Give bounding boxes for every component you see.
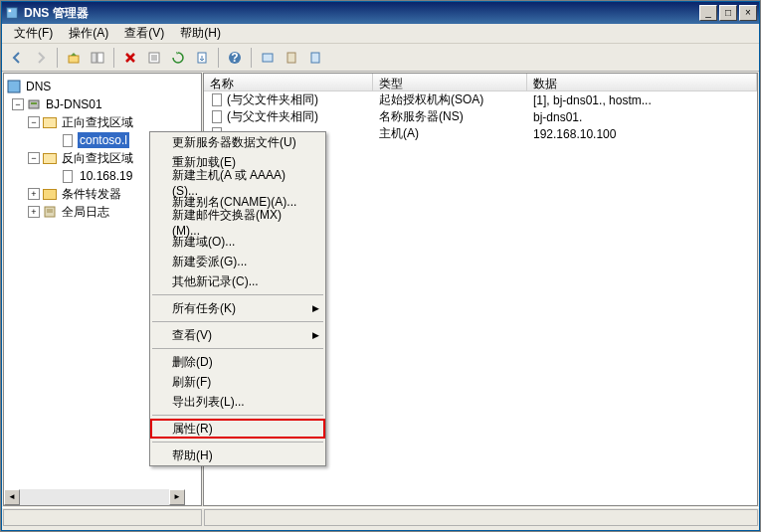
show-hide-button[interactable] bbox=[87, 47, 108, 69]
list-row[interactable]: (与父文件夹相同) 名称服务器(NS) bj-dns01. bbox=[204, 108, 757, 125]
cell-name: (与父文件夹相同) bbox=[227, 108, 318, 125]
tree-root-dns[interactable]: DNS bbox=[6, 78, 199, 95]
tool-button-1[interactable] bbox=[281, 47, 302, 69]
tree-server[interactable]: − BJ-DNS01 bbox=[6, 95, 199, 113]
cell-name: (与父文件夹相同) bbox=[227, 91, 318, 108]
svg-rect-0 bbox=[7, 8, 18, 19]
column-name[interactable]: 名称 bbox=[204, 74, 373, 90]
svg-rect-4 bbox=[97, 53, 103, 63]
list-row[interactable]: (与父文件夹相同) 起始授权机构(SOA) [1], bj-dns01., ho… bbox=[204, 91, 757, 108]
window-title: DNS 管理器 bbox=[24, 5, 697, 22]
cell-data: [1], bj-dns01., hostm... bbox=[527, 92, 757, 108]
cell-type: 主机(A) bbox=[373, 124, 527, 142]
minimize-button[interactable]: _ bbox=[699, 5, 717, 21]
ctx-view[interactable]: 查看(V) bbox=[150, 325, 325, 345]
tree-label: 全局日志 bbox=[60, 203, 111, 222]
expander-icon[interactable]: + bbox=[28, 188, 40, 200]
svg-text:?: ? bbox=[231, 51, 238, 65]
tree-scrollbar[interactable]: ◄ ► bbox=[4, 489, 185, 505]
record-icon bbox=[210, 110, 224, 124]
expander-empty bbox=[46, 134, 58, 146]
tree-label: 条件转发器 bbox=[60, 185, 123, 204]
ctx-refresh[interactable]: 刷新(F) bbox=[150, 372, 325, 392]
expander-icon[interactable]: + bbox=[28, 206, 40, 218]
ctx-separator bbox=[152, 348, 323, 349]
ctx-properties[interactable]: 属性(R) bbox=[150, 419, 325, 439]
toolbar-separator bbox=[113, 48, 114, 68]
svg-rect-3 bbox=[92, 53, 96, 63]
ctx-separator bbox=[152, 321, 323, 322]
dns-icon bbox=[6, 79, 22, 94]
menu-file[interactable]: 文件(F) bbox=[6, 23, 61, 44]
delete-button[interactable] bbox=[119, 47, 141, 69]
filter-button[interactable] bbox=[257, 47, 279, 69]
svg-rect-15 bbox=[8, 81, 20, 92]
toolbar-separator bbox=[57, 48, 58, 68]
cell-data: bj-dns01. bbox=[527, 109, 757, 125]
column-data[interactable]: 数据 bbox=[527, 74, 757, 90]
statusbar bbox=[2, 507, 759, 527]
tree-label: BJ-DNS01 bbox=[44, 96, 104, 112]
export-button[interactable] bbox=[191, 47, 213, 69]
app-icon bbox=[4, 5, 20, 21]
ctx-new-domain[interactable]: 新建域(O)... bbox=[150, 232, 325, 252]
menu-view[interactable]: 查看(V) bbox=[116, 23, 172, 44]
ctx-delete[interactable]: 删除(D) bbox=[150, 352, 325, 372]
status-panel-left bbox=[3, 509, 202, 526]
record-icon bbox=[210, 93, 224, 107]
svg-rect-14 bbox=[311, 53, 319, 63]
ctx-new-mx[interactable]: 新建邮件交换器(MX)(M)... bbox=[150, 212, 325, 232]
forward-button[interactable] bbox=[30, 47, 52, 69]
column-type[interactable]: 类型 bbox=[373, 74, 527, 90]
tree-label: DNS bbox=[24, 79, 53, 94]
status-panel-right bbox=[204, 509, 758, 526]
folder-icon bbox=[42, 150, 58, 166]
ctx-separator bbox=[152, 442, 323, 443]
scroll-left-button[interactable]: ◄ bbox=[4, 489, 20, 505]
help-button[interactable]: ? bbox=[224, 47, 246, 69]
ctx-separator bbox=[152, 294, 323, 295]
ctx-new-host[interactable]: 新建主机(A 或 AAAA)(S)... bbox=[150, 172, 325, 192]
toolbar-separator bbox=[251, 48, 252, 68]
menu-action[interactable]: 操作(A) bbox=[61, 23, 116, 44]
zone-icon bbox=[60, 132, 76, 148]
ctx-separator bbox=[152, 415, 323, 416]
toolbar-separator bbox=[218, 48, 219, 68]
titlebar[interactable]: DNS 管理器 _ □ × bbox=[2, 2, 759, 24]
expander-icon[interactable]: − bbox=[12, 98, 24, 110]
svg-rect-12 bbox=[263, 54, 273, 62]
ctx-new-delegation[interactable]: 新建委派(G)... bbox=[150, 252, 325, 271]
up-button[interactable] bbox=[63, 47, 85, 69]
ctx-update-file[interactable]: 更新服务器数据文件(U) bbox=[150, 132, 325, 152]
ctx-help[interactable]: 帮助(H) bbox=[150, 445, 325, 465]
svg-rect-13 bbox=[287, 53, 295, 63]
properties-button[interactable] bbox=[143, 47, 165, 69]
expander-icon[interactable]: − bbox=[28, 116, 40, 128]
tree-label: 10.168.19 bbox=[78, 168, 134, 184]
ctx-other-records[interactable]: 其他新记录(C)... bbox=[150, 271, 325, 291]
menubar: 文件(F) 操作(A) 查看(V) 帮助(H) bbox=[2, 24, 759, 44]
tree-forward-zone[interactable]: − 正向查找区域 bbox=[6, 113, 199, 131]
cell-data: 192.168.10.100 bbox=[527, 126, 757, 142]
tree-label: 反向查找区域 bbox=[60, 149, 135, 168]
close-button[interactable]: × bbox=[739, 5, 757, 21]
tree-label: 正向查找区域 bbox=[60, 113, 135, 132]
expander-icon[interactable]: − bbox=[28, 152, 40, 164]
scroll-right-button[interactable]: ► bbox=[169, 489, 185, 505]
refresh-button[interactable] bbox=[167, 47, 189, 69]
toolbar: ? bbox=[2, 44, 759, 72]
tree-label-selected: contoso.l bbox=[78, 132, 129, 148]
menu-help[interactable]: 帮助(H) bbox=[172, 23, 229, 44]
ctx-export[interactable]: 导出列表(L)... bbox=[150, 392, 325, 412]
tool-button-2[interactable] bbox=[304, 47, 326, 69]
main-window: DNS 管理器 _ □ × 文件(F) 操作(A) 查看(V) 帮助(H) ? bbox=[1, 1, 760, 531]
log-icon bbox=[42, 204, 58, 220]
maximize-button[interactable]: □ bbox=[719, 5, 737, 21]
svg-rect-1 bbox=[9, 10, 12, 13]
folder-icon bbox=[42, 114, 58, 130]
back-button[interactable] bbox=[6, 47, 28, 69]
expander-empty bbox=[46, 170, 58, 182]
ctx-all-tasks[interactable]: 所有任务(K) bbox=[150, 298, 325, 318]
server-icon bbox=[26, 96, 42, 112]
zone-icon bbox=[60, 168, 76, 184]
